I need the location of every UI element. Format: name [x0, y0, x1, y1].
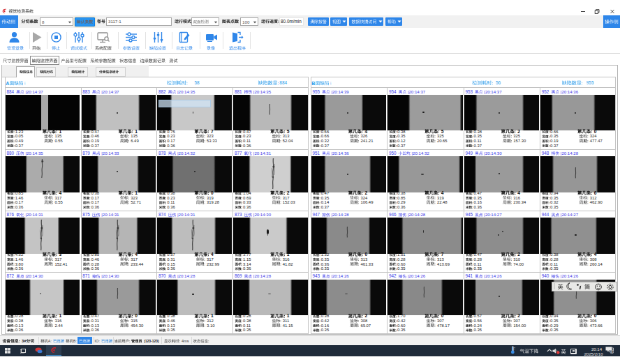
svg-text:6: 6	[611, 349, 613, 354]
